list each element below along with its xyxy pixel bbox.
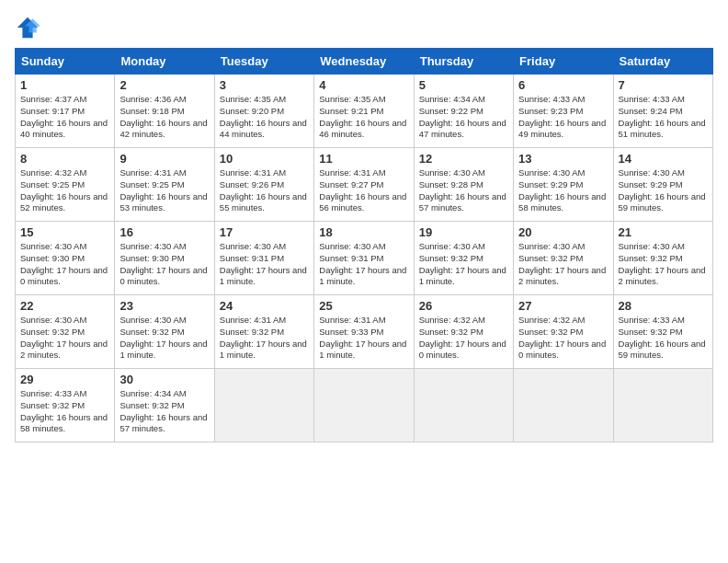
day-number: 20 bbox=[518, 225, 608, 239]
calendar-cell: 26 Sunrise: 4:32 AM Sunset: 9:32 PM Dayl… bbox=[414, 295, 513, 369]
day-info: Sunrise: 4:30 AM Sunset: 9:32 PM Dayligh… bbox=[518, 241, 608, 288]
calendar-week-1: 1 Sunrise: 4:37 AM Sunset: 9:17 PM Dayli… bbox=[16, 75, 713, 148]
day-info: Sunrise: 4:31 AM Sunset: 9:32 PM Dayligh… bbox=[220, 315, 309, 362]
calendar-cell: 8 Sunrise: 4:32 AM Sunset: 9:25 PM Dayli… bbox=[16, 148, 115, 222]
calendar-cell: 1 Sunrise: 4:37 AM Sunset: 9:17 PM Dayli… bbox=[16, 75, 115, 148]
day-info: Sunrise: 4:30 AM Sunset: 9:30 PM Dayligh… bbox=[119, 241, 209, 288]
day-info: Sunrise: 4:30 AM Sunset: 9:31 PM Dayligh… bbox=[319, 241, 408, 288]
day-number: 28 bbox=[619, 299, 708, 313]
calendar-cell: 14 Sunrise: 4:30 AM Sunset: 9:29 PM Dayl… bbox=[613, 148, 712, 222]
calendar-header-row: SundayMondayTuesdayWednesdayThursdayFrid… bbox=[16, 49, 713, 75]
day-number: 13 bbox=[518, 152, 608, 166]
calendar-cell: 18 Sunrise: 4:30 AM Sunset: 9:31 PM Dayl… bbox=[314, 222, 414, 295]
day-number: 19 bbox=[419, 225, 508, 239]
calendar-week-3: 15 Sunrise: 4:30 AM Sunset: 9:30 PM Dayl… bbox=[16, 222, 713, 295]
day-number: 5 bbox=[419, 78, 508, 92]
calendar-header-monday: Monday bbox=[115, 49, 214, 75]
calendar-header-wednesday: Wednesday bbox=[314, 49, 414, 75]
day-info: Sunrise: 4:35 AM Sunset: 9:20 PM Dayligh… bbox=[220, 94, 309, 141]
day-number: 22 bbox=[20, 299, 109, 313]
calendar-cell: 12 Sunrise: 4:30 AM Sunset: 9:28 PM Dayl… bbox=[414, 148, 513, 222]
day-info: Sunrise: 4:32 AM Sunset: 9:32 PM Dayligh… bbox=[518, 315, 608, 362]
day-info: Sunrise: 4:30 AM Sunset: 9:31 PM Dayligh… bbox=[220, 241, 309, 288]
day-number: 3 bbox=[220, 78, 309, 92]
calendar-cell: 17 Sunrise: 4:30 AM Sunset: 9:31 PM Dayl… bbox=[214, 222, 313, 295]
calendar-cell: 2 Sunrise: 4:36 AM Sunset: 9:18 PM Dayli… bbox=[115, 75, 214, 148]
day-number: 27 bbox=[518, 299, 608, 313]
day-info: Sunrise: 4:33 AM Sunset: 9:32 PM Dayligh… bbox=[619, 315, 708, 362]
day-number: 15 bbox=[20, 225, 109, 239]
calendar-header-saturday: Saturday bbox=[613, 49, 712, 75]
calendar-cell: 6 Sunrise: 4:33 AM Sunset: 9:23 PM Dayli… bbox=[514, 75, 613, 148]
day-number: 16 bbox=[119, 225, 209, 239]
header bbox=[15, 15, 713, 40]
day-info: Sunrise: 4:31 AM Sunset: 9:33 PM Dayligh… bbox=[319, 315, 408, 362]
calendar-cell: 22 Sunrise: 4:30 AM Sunset: 9:32 PM Dayl… bbox=[16, 295, 115, 369]
calendar-cell: 11 Sunrise: 4:31 AM Sunset: 9:27 PM Dayl… bbox=[314, 148, 414, 222]
calendar-cell: 29 Sunrise: 4:33 AM Sunset: 9:32 PM Dayl… bbox=[16, 369, 115, 442]
calendar-week-5: 29 Sunrise: 4:33 AM Sunset: 9:32 PM Dayl… bbox=[16, 369, 713, 442]
day-number: 14 bbox=[619, 152, 708, 166]
day-info: Sunrise: 4:33 AM Sunset: 9:32 PM Dayligh… bbox=[20, 388, 109, 435]
day-number: 4 bbox=[319, 78, 408, 92]
calendar-cell: 9 Sunrise: 4:31 AM Sunset: 9:25 PM Dayli… bbox=[115, 148, 214, 222]
day-info: Sunrise: 4:30 AM Sunset: 9:32 PM Dayligh… bbox=[20, 315, 109, 362]
calendar-cell bbox=[613, 369, 712, 442]
calendar-cell: 3 Sunrise: 4:35 AM Sunset: 9:20 PM Dayli… bbox=[214, 75, 313, 148]
day-number: 23 bbox=[119, 299, 209, 313]
calendar-cell bbox=[214, 369, 313, 442]
day-number: 12 bbox=[419, 152, 508, 166]
day-number: 29 bbox=[20, 373, 109, 386]
day-info: Sunrise: 4:30 AM Sunset: 9:28 PM Dayligh… bbox=[419, 167, 508, 214]
day-info: Sunrise: 4:31 AM Sunset: 9:26 PM Dayligh… bbox=[220, 167, 309, 214]
calendar-cell: 21 Sunrise: 4:30 AM Sunset: 9:32 PM Dayl… bbox=[613, 222, 712, 295]
day-info: Sunrise: 4:32 AM Sunset: 9:25 PM Dayligh… bbox=[20, 167, 109, 214]
day-info: Sunrise: 4:30 AM Sunset: 9:29 PM Dayligh… bbox=[619, 167, 708, 214]
logo bbox=[15, 15, 42, 40]
day-info: Sunrise: 4:33 AM Sunset: 9:24 PM Dayligh… bbox=[619, 94, 708, 141]
day-number: 25 bbox=[319, 299, 408, 313]
day-info: Sunrise: 4:30 AM Sunset: 9:30 PM Dayligh… bbox=[20, 241, 109, 288]
day-info: Sunrise: 4:33 AM Sunset: 9:23 PM Dayligh… bbox=[518, 94, 608, 141]
calendar-header-sunday: Sunday bbox=[16, 49, 115, 75]
calendar-cell: 25 Sunrise: 4:31 AM Sunset: 9:33 PM Dayl… bbox=[314, 295, 414, 369]
calendar-cell: 10 Sunrise: 4:31 AM Sunset: 9:26 PM Dayl… bbox=[214, 148, 313, 222]
day-info: Sunrise: 4:32 AM Sunset: 9:32 PM Dayligh… bbox=[419, 315, 508, 362]
calendar: SundayMondayTuesdayWednesdayThursdayFrid… bbox=[15, 48, 713, 442]
calendar-header-friday: Friday bbox=[514, 49, 613, 75]
calendar-cell: 24 Sunrise: 4:31 AM Sunset: 9:32 PM Dayl… bbox=[214, 295, 313, 369]
day-number: 24 bbox=[220, 299, 309, 313]
day-number: 1 bbox=[20, 78, 109, 92]
day-info: Sunrise: 4:30 AM Sunset: 9:29 PM Dayligh… bbox=[518, 167, 608, 214]
calendar-cell: 7 Sunrise: 4:33 AM Sunset: 9:24 PM Dayli… bbox=[613, 75, 712, 148]
calendar-cell: 4 Sunrise: 4:35 AM Sunset: 9:21 PM Dayli… bbox=[314, 75, 414, 148]
calendar-cell: 13 Sunrise: 4:30 AM Sunset: 9:29 PM Dayl… bbox=[514, 148, 613, 222]
day-number: 26 bbox=[419, 299, 508, 313]
day-number: 10 bbox=[220, 152, 309, 166]
calendar-cell: 30 Sunrise: 4:34 AM Sunset: 9:32 PM Dayl… bbox=[115, 369, 214, 442]
day-number: 9 bbox=[119, 152, 209, 166]
day-number: 7 bbox=[619, 78, 708, 92]
calendar-cell: 28 Sunrise: 4:33 AM Sunset: 9:32 PM Dayl… bbox=[613, 295, 712, 369]
calendar-cell: 20 Sunrise: 4:30 AM Sunset: 9:32 PM Dayl… bbox=[514, 222, 613, 295]
day-info: Sunrise: 4:34 AM Sunset: 9:22 PM Dayligh… bbox=[419, 94, 508, 141]
day-number: 6 bbox=[518, 78, 608, 92]
calendar-cell: 27 Sunrise: 4:32 AM Sunset: 9:32 PM Dayl… bbox=[514, 295, 613, 369]
day-number: 18 bbox=[319, 225, 408, 239]
day-number: 11 bbox=[319, 152, 408, 166]
day-info: Sunrise: 4:31 AM Sunset: 9:25 PM Dayligh… bbox=[119, 167, 209, 214]
calendar-cell bbox=[514, 369, 613, 442]
calendar-cell bbox=[314, 369, 414, 442]
day-info: Sunrise: 4:30 AM Sunset: 9:32 PM Dayligh… bbox=[119, 315, 209, 362]
day-info: Sunrise: 4:35 AM Sunset: 9:21 PM Dayligh… bbox=[319, 94, 408, 141]
day-info: Sunrise: 4:36 AM Sunset: 9:18 PM Dayligh… bbox=[119, 94, 209, 141]
day-number: 21 bbox=[619, 225, 708, 239]
calendar-cell: 15 Sunrise: 4:30 AM Sunset: 9:30 PM Dayl… bbox=[16, 222, 115, 295]
logo-icon bbox=[15, 15, 40, 40]
day-number: 17 bbox=[220, 225, 309, 239]
day-info: Sunrise: 4:30 AM Sunset: 9:32 PM Dayligh… bbox=[419, 241, 508, 288]
calendar-cell bbox=[414, 369, 513, 442]
calendar-header-tuesday: Tuesday bbox=[214, 49, 313, 75]
day-info: Sunrise: 4:30 AM Sunset: 9:32 PM Dayligh… bbox=[619, 241, 708, 288]
day-number: 2 bbox=[119, 78, 209, 92]
